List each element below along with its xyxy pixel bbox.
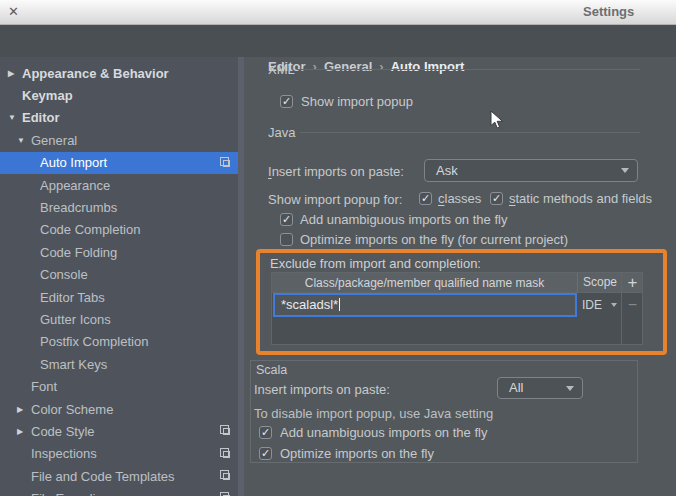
sidebar-item-auto-import[interactable]: Auto Import: [0, 152, 238, 174]
sidebar-item-code-completion[interactable]: Code Completion: [0, 219, 238, 241]
scala-insert-imports-value: All: [509, 380, 523, 395]
java-insert-imports-label: Insert imports on paste:: [268, 164, 404, 179]
sidebar-item-label: Inspections: [31, 446, 97, 461]
xml-show-import-popup-checkbox[interactable]: [280, 95, 293, 108]
sidebar-item-appearance-behavior[interactable]: Appearance & Behavior: [0, 62, 238, 84]
sidebar-item-label: Appearance: [40, 178, 110, 193]
sidebar-item-general[interactable]: General: [0, 129, 238, 151]
breadcrumb-general[interactable]: General: [324, 59, 372, 74]
sidebar-item-label: Editor: [22, 110, 60, 125]
sidebar-item-label: Smart Keys: [40, 357, 107, 372]
scala-insert-imports-select[interactable]: All: [497, 377, 583, 399]
sidebar-item-editor-tabs[interactable]: Editor Tabs: [0, 286, 238, 308]
section-header-xml: XML: [268, 62, 295, 77]
chevron-right-icon[interactable]: [17, 427, 31, 436]
java-add-unambiguous-label[interactable]: Add unambiguous imports on the fly: [300, 212, 507, 227]
section-header-scala: Scala: [256, 363, 287, 377]
sidebar-item-label: Postfix Completion: [40, 334, 148, 349]
sidebar-item-file-and-code-templates[interactable]: File and Code Templates: [0, 465, 238, 487]
chevron-down-icon: [621, 168, 629, 173]
java-insert-imports-value: Ask: [436, 163, 458, 178]
scala-insert-imports-label: Insert imports on paste:: [254, 382, 390, 397]
tree-scrollbar[interactable]: [238, 57, 244, 496]
sidebar-item-console[interactable]: Console: [0, 264, 238, 286]
chevron-down-icon[interactable]: [8, 113, 22, 122]
sidebar-item-font[interactable]: Font: [0, 375, 238, 397]
sidebar-item-label: Editor Tabs: [40, 290, 105, 305]
sidebar-item-label: File Encodings: [31, 491, 116, 496]
sidebar-item-keymap[interactable]: Keymap: [0, 84, 238, 106]
scala-optimize-imports-checkbox[interactable]: [259, 447, 272, 460]
close-icon[interactable]: ✕: [8, 4, 19, 19]
chevron-right-icon[interactable]: [8, 69, 22, 78]
section-header-java: Java: [268, 125, 295, 140]
java-optimize-imports-label[interactable]: Optimize imports on the fly (for current…: [300, 232, 568, 247]
sidebar-item-label: General: [31, 133, 77, 148]
java-insert-imports-select[interactable]: Ask: [424, 159, 638, 182]
sidebar-item-file-encodings[interactable]: File Encodings: [0, 487, 238, 496]
sidebar-item-editor[interactable]: Editor: [0, 107, 238, 129]
java-add-unambiguous-checkbox[interactable]: [280, 213, 293, 226]
java-static-methods-label[interactable]: static methods and fields: [509, 191, 652, 206]
xml-show-import-popup-label[interactable]: Show import popup: [301, 94, 413, 109]
sidebar-item-label: Breadcrumbs: [40, 200, 117, 215]
sidebar-item-label: Code Folding: [40, 245, 117, 260]
sidebar-item-gutter-icons[interactable]: Gutter Icons: [0, 308, 238, 330]
java-classes-label[interactable]: classes: [438, 191, 481, 206]
sidebar-item-label: Font: [31, 379, 57, 394]
scala-add-unambiguous-label[interactable]: Add unambiguous imports on the fly: [280, 425, 487, 440]
scala-note: To disable import popup, use Java settin…: [254, 406, 493, 421]
sidebar-item-appearance[interactable]: Appearance: [0, 174, 238, 196]
section-divider: [300, 132, 640, 133]
breadcrumb-separator: ›: [379, 59, 383, 74]
sidebar-item-label: Auto Import: [40, 155, 107, 170]
sidebar-item-label: Keymap: [22, 88, 73, 103]
sidebar-item-postfix-completion[interactable]: Postfix Completion: [0, 331, 238, 353]
sidebar-item-breadcrumbs[interactable]: Breadcrumbs: [0, 196, 238, 218]
breadcrumb-separator: ›: [313, 59, 317, 74]
sidebar-item-label: Console: [40, 267, 88, 282]
breadcrumb: Editor›General›Auto Import: [268, 59, 464, 74]
titlebar: ✕ Settings: [0, 0, 676, 25]
sidebar-item-inspections[interactable]: Inspections: [0, 443, 238, 465]
breadcrumb-auto-import: Auto Import: [391, 59, 465, 74]
sidebar-item-label: Appearance & Behavior: [22, 66, 169, 81]
sidebar-item-smart-keys[interactable]: Smart Keys: [0, 353, 238, 375]
scala-add-unambiguous-checkbox[interactable]: [259, 426, 272, 439]
chevron-down-icon: [566, 386, 574, 391]
java-popup-for-label: Show import popup for:: [268, 192, 402, 207]
java-static-methods-checkbox[interactable]: [490, 192, 503, 205]
shared-settings-icon: [223, 451, 230, 458]
header-strip: Editor›General›Auto Import: [0, 25, 676, 57]
shared-settings-icon: [223, 428, 230, 435]
scala-optimize-imports-label[interactable]: Optimize imports on the fly: [280, 446, 434, 461]
settings-window: ✕ Settings Editor›General›Auto Import Ap…: [0, 0, 676, 496]
section-divider: [297, 69, 640, 70]
sidebar-item-label: File and Code Templates: [31, 469, 175, 484]
sidebar-item-label: Code Style: [31, 424, 95, 439]
sidebar-item-color-scheme[interactable]: Color Scheme: [0, 398, 238, 420]
shared-settings-icon: [223, 160, 230, 167]
mouse-cursor: [490, 110, 504, 134]
sidebar-item-label: Code Completion: [40, 222, 140, 237]
chevron-right-icon[interactable]: [17, 405, 31, 414]
sidebar-item-label: Gutter Icons: [40, 312, 111, 327]
chevron-down-icon[interactable]: [17, 136, 31, 145]
java-optimize-imports-checkbox[interactable]: [280, 233, 293, 246]
java-classes-checkbox[interactable]: [419, 192, 432, 205]
window-title: Settings: [583, 4, 634, 19]
sidebar-item-code-folding[interactable]: Code Folding: [0, 241, 238, 263]
settings-tree: Appearance & Behavior Keymap Editor Gene…: [0, 57, 238, 496]
sidebar-item-label: Color Scheme: [31, 402, 113, 417]
highlight-rectangle: [256, 249, 667, 355]
sidebar-item-code-style[interactable]: Code Style: [0, 420, 238, 442]
shared-settings-icon: [223, 473, 230, 480]
